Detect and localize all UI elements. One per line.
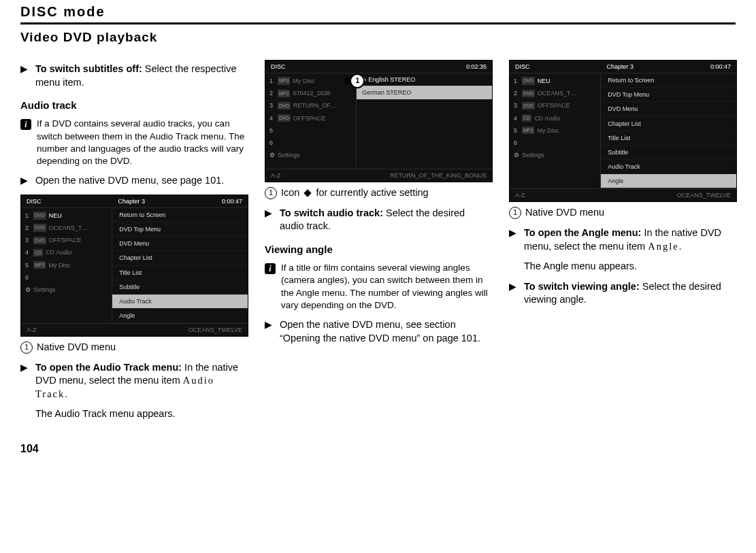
- caption-native-3: 1 Native DVD menu: [509, 206, 736, 220]
- ss-menu-item: Subtitle: [112, 280, 248, 295]
- heading-audio-track: Audio track: [20, 99, 247, 112]
- info-text: If a DVD contains several audio tracks, …: [37, 118, 247, 167]
- ss-menu-item: DVD Menu: [112, 237, 248, 251]
- column-1: ▶ To switch subtitles off: Select the re…: [20, 56, 247, 421]
- ss-list-item: CD Audio: [534, 114, 560, 122]
- step-open-native-1: ▶ Open the native DVD menu, see page 101…: [20, 174, 247, 188]
- ss-menu-item: Audio Track: [601, 160, 736, 174]
- caption-text-part1: Icon: [281, 186, 299, 200]
- caption-text: Native DVD menu: [525, 206, 604, 220]
- ss-settings: Settings: [33, 286, 56, 294]
- column-2: DISC 0:02:35 1MP3My Disc 2MP3070412_1638…: [265, 56, 491, 421]
- ss-top-time: 0:00:47: [222, 197, 242, 205]
- ss-list-item: My Disc: [537, 127, 559, 135]
- result-angle-appears: The Angle menu appears.: [524, 260, 736, 273]
- triangle-icon: ▶: [20, 361, 30, 401]
- screenshot-native-menu-angle: DISC Chapter 3 0:00:47 1DVDNEU 2DVDOCEAN…: [509, 60, 737, 202]
- info-text: If a title or film contains several view…: [281, 262, 491, 312]
- section-title: Video DVD playback: [20, 30, 736, 45]
- ss-top-time: 0:02:35: [466, 63, 487, 71]
- caption-text-part2: for currently active setting: [316, 186, 428, 200]
- step-switch-audio: ▶ To switch audio track: Select the desi…: [265, 207, 491, 233]
- ss-top-left: DISC: [27, 197, 42, 205]
- ss-top-time: 0:00:47: [710, 63, 731, 71]
- step-switch-angle: ▶ To switch viewing angle: Select the de…: [509, 280, 736, 307]
- ss-menu-item: Title List: [112, 266, 248, 280]
- ss-bottom-right: OCEANS_TWELVE: [188, 326, 242, 334]
- ss-bottom-left: A-Z: [27, 326, 37, 334]
- step-open-audio-menu: ▶ To open the Audio Track menu: In the n…: [20, 361, 247, 401]
- caption-icon-active: 1 Icon for currently active setting: [265, 186, 491, 200]
- circled-1-icon: 1: [509, 207, 521, 219]
- triangle-icon: ▶: [509, 280, 519, 307]
- step-bold: To switch subtitles off:: [35, 63, 142, 74]
- ss-list-item: NEU: [538, 77, 550, 85]
- ss-list-item: My Disc: [293, 77, 314, 85]
- ss-top-chapter: Chapter 3: [606, 63, 634, 71]
- ss-menu-item-selected: Audio Track: [112, 295, 248, 309]
- diamond-icon: [304, 189, 312, 197]
- ss-list-item: OCEANS_T…: [538, 89, 577, 97]
- triangle-icon: ▶: [265, 318, 274, 345]
- step-open-native-2: ▶ Open the native DVD menu, see section …: [265, 318, 491, 345]
- step-subtitles-off: ▶ To switch subtitles off: Select the re…: [20, 63, 247, 89]
- ss-menu-item: Return to Screen: [601, 73, 736, 88]
- column-3: DISC Chapter 3 0:00:47 1DVDNEU 2DVDOCEAN…: [509, 56, 736, 421]
- ss-top-chapter: Chapter 3: [118, 197, 145, 205]
- ss-menu-item: Chapter List: [601, 117, 736, 131]
- step-bold: To open the Audio Track menu:: [35, 362, 182, 373]
- triangle-icon: ▶: [509, 227, 519, 253]
- info-icon: i: [265, 263, 276, 274]
- ss-menu-item: Return to Screen: [112, 208, 248, 222]
- triangle-icon: ▶: [20, 174, 30, 188]
- page-number: 104: [20, 443, 736, 455]
- ss-menu-item: Chapter List: [112, 251, 248, 265]
- info-icon: i: [20, 119, 31, 130]
- screenshot-native-menu-audio: DISC Chapter 3 0:00:47 1DVDNEU 2DVDOCEAN…: [20, 195, 248, 337]
- ss-bottom-left: A-Z: [271, 171, 281, 180]
- ss-list-item: 070412_1638: [293, 89, 330, 97]
- ss-bottom-left: A-Z: [515, 191, 525, 199]
- ss-settings: Settings: [522, 151, 544, 159]
- ss-list-item: OFFSPACE: [293, 114, 326, 122]
- info-audio-track: i If a DVD contains several audio tracks…: [20, 118, 247, 167]
- ss-top-left: DISC: [271, 63, 286, 71]
- ss-bottom-right: OCEANS_TWELVE: [677, 191, 731, 199]
- ss-menu-item: DVD Top Menu: [112, 222, 248, 237]
- step-bold: To switch viewing angle:: [524, 281, 640, 292]
- screenshot-audio-track-menu: DISC 0:02:35 1MP3My Disc 2MP3070412_1638…: [265, 60, 493, 182]
- ss-audio-result: German STEREO: [357, 86, 492, 99]
- triangle-icon: ▶: [20, 63, 30, 89]
- ss-list-item: My Disc: [48, 261, 70, 269]
- result-audio-appears: The Audio Track menu appears.: [35, 407, 247, 421]
- menu-term-angle: Angle: [648, 241, 678, 252]
- step-open-angle-menu: ▶ To open the Angle menu: In the native …: [509, 227, 736, 253]
- ss-menu-item: DVD Menu: [601, 102, 736, 116]
- ss-menu-item-selected: Angle: [601, 174, 736, 188]
- circled-1-icon: 1: [265, 187, 277, 199]
- step-bold: To open the Angle menu:: [524, 227, 641, 238]
- ss-bottom-right: RETURN_OF_THE_KING_BONUS: [390, 171, 487, 180]
- period: .: [65, 388, 67, 399]
- period: .: [679, 241, 682, 252]
- caption-text: Native DVD menu: [37, 341, 116, 354]
- step-text: Open the native DVD menu, see page 101.: [35, 174, 247, 188]
- ss-list-item: NEU: [49, 212, 62, 220]
- info-viewing-angle: i If a title or film contains several vi…: [265, 262, 491, 312]
- running-head: DISC mode: [20, 0, 736, 20]
- ss-menu-item: Title List: [601, 131, 736, 146]
- ss-menu-item: Subtitle: [601, 146, 736, 160]
- heading-viewing-angle: Viewing angle: [265, 243, 491, 256]
- step-text: Open the native DVD menu, see section “O…: [280, 318, 491, 345]
- horizontal-rule: [20, 22, 736, 24]
- circled-1-icon: 1: [20, 341, 33, 354]
- ss-menu-item: DVD Top Menu: [601, 88, 736, 102]
- ss-list-item: OCEANS_T…: [49, 224, 88, 232]
- ss-list-item: OFFSPACE: [49, 236, 82, 244]
- ss-top-left: DISC: [515, 63, 530, 71]
- caption-native-1: 1 Native DVD menu: [20, 341, 247, 354]
- ss-audio-current: English STEREO: [357, 73, 492, 86]
- step-bold: To switch audio track:: [280, 207, 383, 218]
- triangle-icon: ▶: [265, 207, 274, 233]
- ss-audio-current-text: English STEREO: [368, 76, 415, 84]
